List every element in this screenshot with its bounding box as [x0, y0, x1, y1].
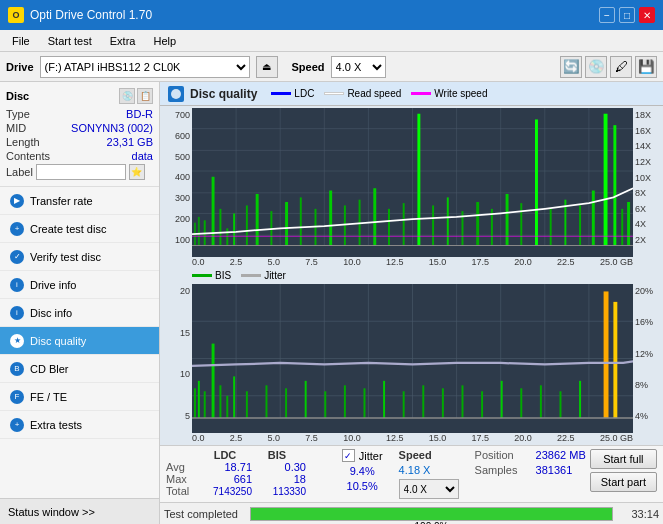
legend-ldc: LDC: [271, 88, 314, 99]
menu-help[interactable]: Help: [145, 33, 184, 49]
sidebar-item-create-test-disc[interactable]: + Create test disc: [0, 215, 159, 243]
jitter-label: Jitter: [359, 450, 383, 462]
menu-extra[interactable]: Extra: [102, 33, 144, 49]
chart2-legend-row: BIS Jitter: [164, 269, 659, 282]
total-bis: 113330: [256, 486, 306, 497]
total-ldc: 7143250: [202, 486, 252, 497]
extra-tests-icon: +: [10, 418, 24, 432]
samples-row: Samples 381361: [475, 464, 586, 476]
sidebar-item-disc-info[interactable]: i Disc info: [0, 299, 159, 327]
disc-icon-2[interactable]: 📋: [137, 88, 153, 104]
chart2-x-axis: 0.0 2.5 5.0 7.5 10.0 12.5 15.0 17.5 20.0…: [164, 433, 659, 443]
sidebar-item-fe-te[interactable]: F FE / TE: [0, 383, 159, 411]
svg-rect-86: [481, 391, 483, 418]
maximize-button[interactable]: □: [619, 7, 635, 23]
nav-cd-bler-label: CD Bler: [30, 363, 69, 375]
legend-write-speed-label: Write speed: [434, 88, 487, 99]
avg-jitter-val: 9.4%: [342, 465, 383, 477]
avg-ldc: 18.71: [202, 461, 252, 473]
chart2-y-axis-right: 20% 16% 12% 8% 4%: [633, 284, 659, 433]
max-row: Max 661 18: [166, 473, 330, 485]
sidebar-item-drive-info[interactable]: i Drive info: [0, 271, 159, 299]
disc-length-row: Length 23,31 GB: [6, 136, 153, 148]
svg-rect-48: [592, 191, 595, 246]
svg-rect-49: [604, 114, 608, 246]
speed-select[interactable]: 4.0 X: [331, 56, 386, 78]
disc-label-input[interactable]: [36, 164, 126, 180]
status-window-button[interactable]: Status window >>: [0, 498, 159, 524]
sidebar-item-transfer-rate[interactable]: ▶ Transfer rate: [0, 187, 159, 215]
svg-rect-81: [383, 381, 385, 418]
position-value: 23862 MB: [536, 449, 586, 461]
chart1-svg-container: [192, 108, 633, 257]
svg-rect-22: [226, 228, 228, 245]
time-display: 33:14: [619, 508, 659, 520]
sidebar-item-extra-tests[interactable]: + Extra tests: [0, 411, 159, 439]
svg-rect-24: [246, 205, 248, 245]
max-bis: 18: [256, 473, 306, 485]
sidebar-item-verify-test-disc[interactable]: ✓ Verify test disc: [0, 243, 159, 271]
drive-icon-1[interactable]: 🔄: [560, 56, 582, 78]
svg-rect-18: [198, 217, 200, 246]
disc-label-row: Label ⭐: [6, 164, 153, 180]
disc-title: Disc: [6, 90, 29, 102]
max-ldc: 661: [202, 473, 252, 485]
chart1-y-axis-left: 700 600 500 400 300 200 100: [164, 108, 192, 257]
nav-transfer-rate-label: Transfer rate: [30, 195, 93, 207]
progress-percent: 100.0%: [251, 520, 612, 525]
menu-start-test[interactable]: Start test: [40, 33, 100, 49]
svg-rect-82: [403, 391, 405, 418]
speed-label: Speed: [292, 61, 325, 73]
svg-rect-35: [403, 203, 405, 245]
total-row: Total 7143250 113330: [166, 485, 330, 497]
chart1-inner: 700 600 500 400 300 200 100: [164, 108, 659, 257]
app-icon: O: [8, 7, 24, 23]
disc-info-icon: i: [10, 306, 24, 320]
start-part-button[interactable]: Start part: [590, 472, 657, 492]
speed-value: 4.18 X: [399, 464, 459, 476]
legend-ldc-color: [271, 92, 291, 95]
drive-icon-4[interactable]: 💾: [635, 56, 657, 78]
menu-file[interactable]: File: [4, 33, 38, 49]
disc-contents-label: Contents: [6, 150, 50, 162]
chart2-svg-container: [192, 284, 633, 433]
svg-rect-72: [226, 396, 228, 418]
sidebar-item-cd-bler[interactable]: B CD Bler: [0, 355, 159, 383]
svg-rect-74: [246, 391, 248, 418]
drive-icon-2[interactable]: 💿: [585, 56, 607, 78]
jitter-checkbox[interactable]: ✓: [342, 449, 355, 462]
svg-rect-50: [613, 125, 616, 245]
eject-button[interactable]: ⏏: [256, 56, 278, 78]
menu-bar: File Start test Extra Help: [0, 30, 663, 52]
svg-rect-83: [422, 385, 424, 418]
svg-rect-43: [520, 203, 522, 245]
disc-icon-1[interactable]: 💿: [119, 88, 135, 104]
app-title: Opti Drive Control 1.70: [30, 8, 152, 22]
title-bar: O Opti Drive Control 1.70 − □ ✕: [0, 0, 663, 30]
svg-rect-27: [285, 202, 288, 246]
progress-area: Test completed 100.0% 33:14: [160, 502, 663, 524]
svg-rect-93: [613, 302, 617, 418]
drive-select[interactable]: (F:) ATAPI iHBS112 2 CL0K: [40, 56, 250, 78]
legend-bis-color: [192, 274, 212, 277]
close-button[interactable]: ✕: [639, 7, 655, 23]
drive-icon-buttons: 🔄 💿 🖊 💾: [560, 56, 657, 78]
svg-rect-36: [417, 114, 420, 246]
svg-rect-45: [550, 209, 552, 246]
disc-header: Disc 💿 📋: [6, 88, 153, 104]
drive-label: Drive: [6, 61, 34, 73]
disc-quality-icon: ★: [10, 334, 24, 348]
start-full-button[interactable]: Start full: [590, 449, 657, 469]
nav-drive-info-label: Drive info: [30, 279, 76, 291]
sidebar-item-disc-quality[interactable]: ★ Disc quality: [0, 327, 159, 355]
transfer-rate-icon: ▶: [10, 194, 24, 208]
verify-test-disc-icon: ✓: [10, 250, 24, 264]
position-label: Position: [475, 449, 530, 461]
minimize-button[interactable]: −: [599, 7, 615, 23]
disc-label-button[interactable]: ⭐: [129, 164, 145, 180]
main-layout: Disc 💿 📋 Type BD-R MID SONYNN3 (002) Len…: [0, 82, 663, 524]
speed-select-dropdown[interactable]: 4.0 X: [399, 479, 459, 499]
svg-rect-73: [233, 376, 235, 418]
drive-icon-3[interactable]: 🖊: [610, 56, 632, 78]
title-bar-left: O Opti Drive Control 1.70: [8, 7, 152, 23]
